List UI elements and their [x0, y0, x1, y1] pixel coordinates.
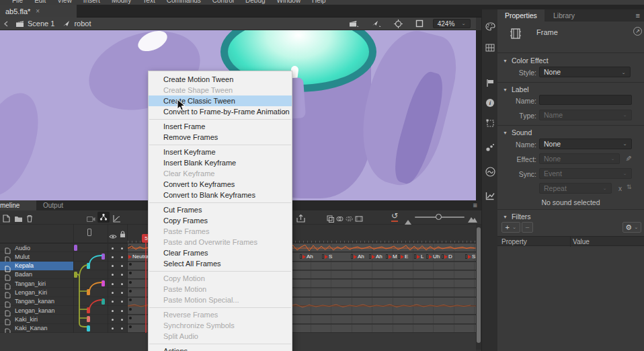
close-tab-icon[interactable]: ×: [36, 7, 40, 15]
menu-item-create-classic-tween[interactable]: Create Classic Tween: [149, 95, 292, 106]
filters-table-header: Property Value: [497, 236, 644, 246]
color-palette-icon[interactable]: [484, 20, 496, 32]
menu-insert[interactable]: Insert: [83, 0, 100, 4]
lock-icon[interactable]: [120, 229, 126, 241]
menu-item-insert-blank-keyframe[interactable]: Insert Blank Keyframe: [149, 157, 292, 168]
transform-icon[interactable]: [484, 117, 496, 129]
timeline-zoom-in-icon[interactable]: [468, 213, 477, 225]
frame-label[interactable]: L: [414, 254, 424, 260]
menu-item-convert-to-blank-keyframes[interactable]: Convert to Blank Keyframes: [149, 190, 292, 200]
section-color-effect[interactable]: ▼ Color Effect: [503, 56, 549, 65]
frame-label[interactable]: D: [442, 254, 452, 260]
menu-item-cut-frames[interactable]: Cut Frames: [149, 204, 292, 215]
edit-symbols-icon[interactable]: [372, 20, 381, 28]
menu-window[interactable]: Window: [277, 0, 301, 4]
menu-item-remove-frames[interactable]: Remove Frames: [149, 132, 292, 143]
menubar: File Edit View Insert Modify Text Comman…: [0, 0, 644, 5]
sound-name-label: Name:: [501, 141, 536, 149]
sound-name-dropdown[interactable]: None ⌄: [539, 139, 632, 149]
menu-item-copy-frames[interactable]: Copy Frames: [149, 215, 292, 226]
sound-sync-label: Sync:: [501, 170, 536, 178]
timeline-panel-menu-icon[interactable]: ≡: [473, 201, 477, 209]
section-filters[interactable]: ▼ Filters: [503, 212, 531, 221]
show-parenting-view-icon[interactable]: [97, 212, 110, 223]
onion-skin-outlines-icon[interactable]: [346, 213, 353, 225]
frame-label[interactable]: E: [398, 254, 408, 260]
zoom-level-value: 424%: [438, 20, 455, 28]
brush-dots-icon[interactable]: [484, 141, 496, 153]
export-frames-icon[interactable]: [296, 213, 305, 225]
new-folder-icon[interactable]: [14, 213, 23, 225]
menu-debug[interactable]: Debug: [245, 0, 265, 4]
menu-item-clear-frames[interactable]: Clear Frames: [149, 247, 292, 258]
motion-editor-chart-icon[interactable]: [484, 190, 496, 202]
camera-icon[interactable]: [87, 213, 95, 225]
menu-item-clear-keyframe: Clear Keyframe: [149, 168, 292, 179]
properties-panel-menu-icon[interactable]: ≡: [636, 11, 640, 20]
center-stage-icon[interactable]: [394, 20, 403, 28]
frame-object-icon: [510, 27, 522, 42]
menu-control[interactable]: Control: [212, 0, 234, 4]
menu-item-create-motion-tween[interactable]: Create Motion Tween: [149, 74, 292, 85]
delete-layer-trash-icon[interactable]: [26, 213, 33, 225]
add-filter-button[interactable]: +⌄: [501, 222, 520, 233]
frame-label[interactable]: S: [322, 254, 332, 260]
menu-item-insert-frame[interactable]: Insert Frame: [149, 121, 292, 132]
label-name-input[interactable]: [539, 95, 632, 105]
edit-multiple-frames-icon[interactable]: [355, 213, 363, 225]
menu-file[interactable]: File: [12, 0, 23, 4]
edit-scene-icon[interactable]: [350, 20, 359, 28]
frame-label[interactable]: S: [465, 254, 475, 260]
menu-help[interactable]: Help: [312, 0, 326, 4]
frame-label[interactable]: Ah: [369, 254, 383, 260]
scrollbar-thumb[interactable]: [477, 227, 481, 343]
menu-item-select-all-frames[interactable]: Select All Frames: [149, 258, 292, 269]
creative-cloud-icon[interactable]: [484, 165, 496, 178]
tab-properties[interactable]: Properties: [497, 9, 545, 22]
menu-item-paste-motion-special: Paste Motion Special...: [149, 295, 292, 305]
clapperboard-icon[interactable]: [15, 20, 24, 28]
menu-text[interactable]: Text: [143, 0, 155, 4]
remove-filter-button[interactable]: −: [522, 222, 533, 233]
tab-timeline[interactable]: Timeline: [0, 200, 36, 210]
zoom-level-dropdown[interactable]: 424% ⌄: [433, 19, 471, 28]
frame-label-neutral[interactable]: Neutral: [128, 254, 150, 260]
onion-skin-icon[interactable]: [336, 213, 344, 225]
menu-item-actions[interactable]: Actions: [149, 346, 292, 351]
frame-label[interactable]: Uh: [426, 254, 440, 260]
scene-breadcrumb[interactable]: Scene 1: [28, 20, 54, 28]
section-sound[interactable]: ▼ Sound: [503, 128, 532, 136]
menu-modify[interactable]: Modify: [112, 0, 131, 4]
info-icon[interactable]: i: [484, 97, 496, 109]
back-arrow-icon[interactable]: [3, 21, 9, 27]
align-flag-icon[interactable]: [484, 77, 496, 89]
new-layer-icon[interactable]: [3, 213, 10, 225]
menu-view[interactable]: View: [57, 0, 72, 4]
section-label[interactable]: ▼ Label: [503, 85, 529, 93]
animate-app-window: File Edit View Insert Modify Text Comman…: [0, 0, 644, 351]
clip-content-icon[interactable]: [415, 20, 424, 28]
tab-library[interactable]: Library: [546, 9, 582, 22]
chevron-down-icon: ⌄: [610, 156, 615, 161]
frame-label[interactable]: Ah: [351, 254, 364, 260]
frame-label[interactable]: M: [386, 254, 397, 260]
menu-edit[interactable]: Edit: [34, 0, 46, 4]
style-dropdown[interactable]: None ⌄: [539, 67, 631, 77]
filter-options-gear-button[interactable]: ⚙⌄: [622, 222, 641, 233]
graph-editor-icon[interactable]: [113, 213, 121, 225]
timeline-vertical-scrollbar[interactable]: [476, 225, 481, 350]
menu-commands[interactable]: Commands: [167, 0, 201, 4]
document-tab[interactable]: ab5.fla* ×: [0, 5, 77, 17]
start-onion-skin-icon[interactable]: [327, 213, 334, 225]
menu-item-convert-to-frame-by-frame[interactable]: Convert to Frame-by-Frame Animation ›: [149, 106, 292, 117]
tab-output[interactable]: Output: [36, 200, 70, 210]
timeline-zoom-slider-knob[interactable]: [436, 214, 442, 220]
menu-item-convert-to-keyframes[interactable]: Convert to Keyframes: [149, 179, 292, 190]
loop-playback-icon[interactable]: ↺: [391, 211, 398, 222]
frame-label[interactable]: Ah: [300, 254, 313, 260]
menu-item-insert-keyframe[interactable]: Insert Keyframe: [149, 147, 292, 157]
swatches-icon[interactable]: [484, 42, 496, 54]
help-link-icon[interactable]: ↗: [633, 27, 642, 36]
symbol-breadcrumb[interactable]: robot: [74, 20, 91, 28]
menu-item-paste-frames: Paste Frames: [149, 226, 292, 237]
